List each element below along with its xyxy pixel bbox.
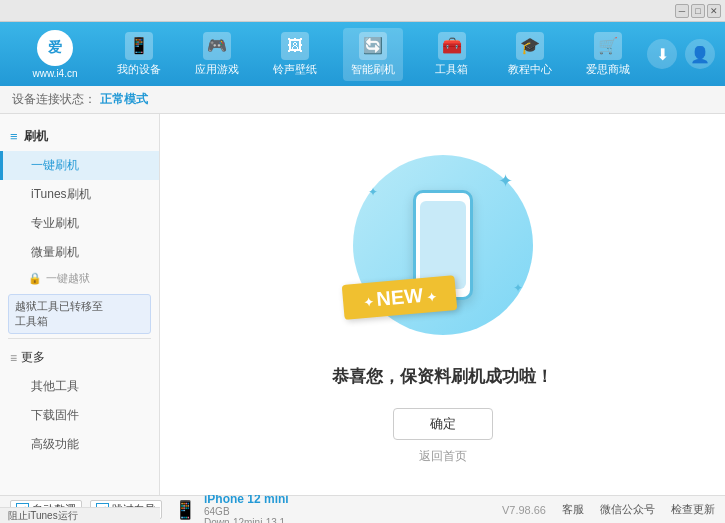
flash-section-label: 刷机	[24, 128, 48, 145]
sidebar-notice: 越狱工具已转移至工具箱	[8, 294, 151, 334]
nav-my-device[interactable]: 📱 我的设备	[109, 28, 169, 81]
tutorials-label: 教程中心	[508, 62, 552, 77]
my-device-label: 我的设备	[117, 62, 161, 77]
sidebar-item-one-key-flash[interactable]: 一键刷机	[0, 151, 159, 180]
title-bar: ─ □ ✕	[0, 0, 725, 22]
status-bar: 设备连接状态： 正常模式	[0, 86, 725, 114]
more-section-label: 更多	[21, 349, 45, 366]
sidebar-item-dfu-flash[interactable]: 微量刷机	[0, 238, 159, 267]
more-section-header: ≡ 更多	[0, 343, 159, 372]
close-button[interactable]: ✕	[707, 4, 721, 18]
bottom-right: V7.98.66 客服 微信公众号 检查更新	[502, 502, 715, 517]
sparkle-1: ✦	[498, 170, 513, 192]
device-info: iPhone 12 mini 64GB Down-12mini-13,1	[204, 492, 289, 524]
toolbox-label: 工具箱	[435, 62, 468, 77]
check-update-link[interactable]: 检查更新	[671, 502, 715, 517]
toolbox-icon: 🧰	[438, 32, 466, 60]
sidebar-item-advanced[interactable]: 高级功能	[0, 430, 159, 459]
nav-tutorials[interactable]: 🎓 教程中心	[500, 28, 560, 81]
lock-icon: 🔒	[28, 272, 42, 285]
nav-toolbox[interactable]: 🧰 工具箱	[422, 28, 482, 81]
device-info-row: 📱 iPhone 12 mini 64GB Down-12mini-13,1	[174, 492, 289, 524]
sparkle-2: ✦	[368, 185, 378, 199]
itunes-status-bar: 阻止iTunes运行	[0, 507, 160, 523]
flash-section-header: ≡ 刷机	[0, 122, 159, 151]
locked-label: 一键越狱	[46, 271, 90, 286]
sidebar-item-other-tools[interactable]: 其他工具	[0, 372, 159, 401]
nav-items: 📱 我的设备 🎮 应用游戏 🖼 铃声壁纸 🔄 智能刷机 🧰 工具箱 🎓 教程中心…	[100, 28, 647, 81]
apps-label: 应用游戏	[195, 62, 239, 77]
status-label: 设备连接状态：	[12, 91, 96, 108]
sidebar-item-pro-flash[interactable]: 专业刷机	[0, 209, 159, 238]
sidebar: ≡ 刷机 一键刷机 iTunes刷机 专业刷机 微量刷机 🔒 一键越狱 越狱工具…	[0, 114, 160, 495]
logo-text: www.i4.cn	[32, 68, 77, 79]
device-model: Down-12mini-13,1	[204, 517, 289, 524]
main-layout: ≡ 刷机 一键刷机 iTunes刷机 专业刷机 微量刷机 🔒 一键越狱 越狱工具…	[0, 114, 725, 495]
service-link[interactable]: 客服	[562, 502, 584, 517]
flash-section-icon: ≡	[10, 129, 18, 144]
sidebar-divider	[8, 338, 151, 339]
itunes-status-text: 阻止iTunes运行	[8, 509, 78, 523]
sidebar-item-download-firmware[interactable]: 下载固件	[0, 401, 159, 430]
device-phone-icon: 📱	[174, 499, 196, 521]
home-link[interactable]: 返回首页	[419, 448, 467, 465]
sparkle-3: ✦	[513, 281, 523, 295]
apps-icon: 🎮	[203, 32, 231, 60]
smart-store-label: 智能刷机	[351, 62, 395, 77]
nav-smart-store[interactable]: 🔄 智能刷机	[343, 28, 403, 81]
new-banner: NEW	[341, 275, 457, 320]
shop-icon: 🛒	[594, 32, 622, 60]
wechat-link[interactable]: 微信公众号	[600, 502, 655, 517]
my-device-icon: 📱	[125, 32, 153, 60]
top-nav: 爱 www.i4.cn 📱 我的设备 🎮 应用游戏 🖼 铃声壁纸 🔄 智能刷机 …	[0, 22, 725, 86]
user-button[interactable]: 👤	[685, 39, 715, 69]
confirm-button[interactable]: 确定	[393, 408, 493, 440]
logo-icon: 爱	[37, 30, 73, 66]
phone-circle-bg: ✦ ✦ ✦ NEW	[353, 155, 533, 335]
download-button[interactable]: ⬇	[647, 39, 677, 69]
nav-right: ⬇ 👤	[647, 39, 715, 69]
nav-shop[interactable]: 🛒 爱思商城	[578, 28, 638, 81]
smart-store-icon: 🔄	[359, 32, 387, 60]
shop-label: 爱思商城	[586, 62, 630, 77]
content-area: ✦ ✦ ✦ NEW 恭喜您，保资料刷机成功啦！ 确定 返回首页	[160, 114, 725, 495]
phone-illustration: ✦ ✦ ✦ NEW	[343, 145, 543, 345]
minimize-button[interactable]: ─	[675, 4, 689, 18]
sidebar-locked-jailbreak: 🔒 一键越狱	[0, 267, 159, 290]
success-text: 恭喜您，保资料刷机成功啦！	[332, 365, 553, 388]
device-storage: 64GB	[204, 506, 289, 517]
wallpaper-icon: 🖼	[281, 32, 309, 60]
nav-apps[interactable]: 🎮 应用游戏	[187, 28, 247, 81]
nav-wallpaper[interactable]: 🖼 铃声壁纸	[265, 28, 325, 81]
sidebar-item-itunes-flash[interactable]: iTunes刷机	[0, 180, 159, 209]
more-icon: ≡	[10, 351, 17, 365]
maximize-button[interactable]: □	[691, 4, 705, 18]
version-label: V7.98.66	[502, 504, 546, 516]
logo-area: 爱 www.i4.cn	[10, 30, 100, 79]
sidebar-notice-text: 越狱工具已转移至工具箱	[15, 300, 103, 327]
status-value: 正常模式	[100, 91, 148, 108]
wallpaper-label: 铃声壁纸	[273, 62, 317, 77]
tutorials-icon: 🎓	[516, 32, 544, 60]
